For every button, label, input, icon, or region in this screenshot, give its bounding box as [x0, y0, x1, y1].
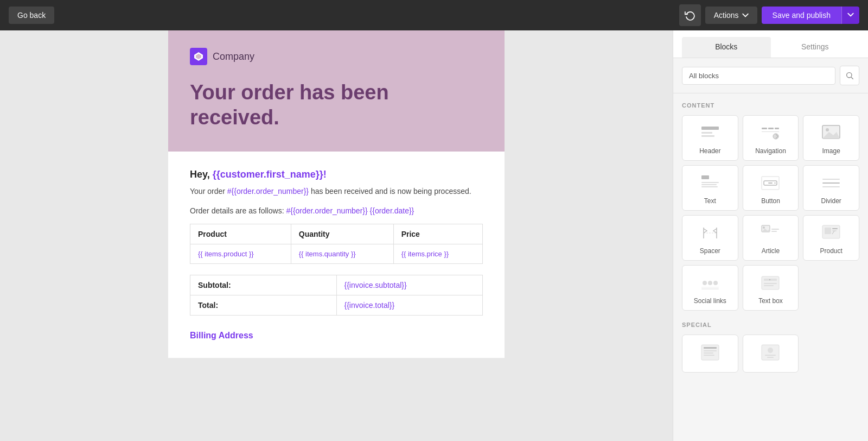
- save-publish-dropdown-button[interactable]: [841, 7, 859, 24]
- svg-rect-9: [775, 128, 779, 129]
- svg-rect-19: [707, 175, 708, 179]
- order-details-text: Order details are as follows: #{{order.o…: [190, 206, 483, 215]
- search-icon: [845, 71, 854, 80]
- order-title-line2: received.: [190, 106, 279, 129]
- block-item-special-1[interactable]: [682, 335, 738, 373]
- order-number-var: #{{order.order_number}}: [227, 187, 309, 196]
- header-block-icon: [699, 123, 721, 143]
- topbar-right: Actions Save and publish: [679, 4, 859, 26]
- navigation-block-icon: [760, 123, 781, 143]
- email-preview: Company Your order has been received. He…: [168, 30, 505, 358]
- company-logo-icon: [193, 51, 204, 62]
- svg-rect-36: [832, 228, 838, 229]
- subtotal-row: Subtotal: {{invoice.subtotal}}: [190, 275, 483, 295]
- divider-block-label: Divider: [821, 197, 841, 205]
- svg-rect-23: [822, 179, 840, 180]
- svg-point-39: [708, 281, 712, 285]
- svg-rect-50: [704, 350, 717, 351]
- chevron-down-icon: [847, 11, 854, 18]
- text-box-block-icon: [760, 273, 781, 293]
- special-section-label: SPECIAL: [682, 322, 859, 328]
- social-links-block-label: Social links: [694, 297, 726, 305]
- block-item-navigation[interactable]: Navigation: [743, 115, 799, 161]
- svg-rect-16: [701, 182, 719, 183]
- block-item-text[interactable]: Text: [682, 165, 738, 211]
- order-title-line1: Your order has been: [190, 81, 389, 104]
- total-row: Total: {{invoice.total}}: [190, 295, 483, 316]
- tab-settings[interactable]: Settings: [771, 37, 860, 58]
- article-block-icon: [760, 223, 781, 243]
- actions-button[interactable]: Actions: [705, 7, 757, 24]
- search-blocks-button[interactable]: [840, 66, 859, 85]
- actions-label: Actions: [714, 11, 739, 20]
- svg-rect-7: [762, 128, 767, 129]
- greeting-text: Hey,: [190, 169, 210, 180]
- block-item-image[interactable]: Image: [803, 115, 859, 161]
- go-back-button[interactable]: Go back: [9, 7, 54, 24]
- total-label: Total:: [190, 295, 337, 316]
- svg-point-40: [713, 281, 718, 285]
- svg-rect-42: [701, 288, 719, 289]
- table-row: {{ items.product }} {{ items.quantity }}…: [190, 244, 483, 264]
- svg-rect-47: [764, 285, 774, 286]
- spacer-block-label: Spacer: [700, 247, 720, 255]
- order-items-table: Product Quantity Price {{ items.product …: [190, 224, 483, 264]
- billing-address-heading: Billing Address: [190, 326, 483, 341]
- svg-rect-46: [764, 283, 777, 284]
- block-item-spacer[interactable]: Spacer: [682, 215, 738, 261]
- topbar-left: Go back: [9, 7, 54, 24]
- block-item-social-links[interactable]: Social links: [682, 265, 738, 311]
- svg-rect-6: [701, 135, 714, 137]
- row-quantity-var: {{ items.quantity }}: [291, 244, 393, 264]
- block-item-header[interactable]: Header: [682, 115, 738, 161]
- col-price: Price: [393, 224, 482, 244]
- svg-rect-49: [704, 347, 717, 349]
- text-block-label: Text: [704, 197, 716, 205]
- article-block-label: Article: [762, 247, 780, 255]
- svg-rect-33: [771, 231, 777, 232]
- canvas-area[interactable]: Company Your order has been received. He…: [0, 30, 673, 441]
- svg-rect-35: [825, 228, 831, 234]
- svg-rect-5: [701, 132, 712, 134]
- table-header-row: Product Quantity Price: [190, 224, 483, 244]
- social-links-block-icon: [699, 273, 721, 293]
- block-item-text-box[interactable]: Text box: [743, 265, 799, 311]
- block-item-special-2[interactable]: [743, 335, 799, 373]
- product-block-icon: [820, 223, 842, 243]
- topbar: Go back Actions Save and publish: [0, 0, 868, 30]
- svg-rect-56: [767, 357, 774, 358]
- svg-rect-22: [768, 182, 773, 184]
- total-value: {{invoice.total}}: [336, 295, 483, 316]
- panel-tabs: Blocks Settings: [673, 30, 868, 58]
- svg-rect-4: [701, 127, 719, 130]
- svg-rect-45: [769, 279, 770, 280]
- save-publish-button[interactable]: Save and publish: [762, 7, 841, 24]
- svg-rect-18: [701, 186, 718, 187]
- block-item-article[interactable]: Article: [743, 215, 799, 261]
- svg-rect-10: [762, 131, 779, 132]
- history-icon: [685, 10, 695, 21]
- content-blocks-grid: Header Navigation: [682, 115, 859, 311]
- email-header-block: Company Your order has been received.: [168, 30, 505, 152]
- navigation-block-label: Navigation: [755, 147, 786, 155]
- save-publish-wrapper: Save and publish: [762, 7, 859, 24]
- tab-blocks[interactable]: Blocks: [682, 37, 771, 58]
- special-block-2-icon: [760, 343, 781, 362]
- special-blocks-grid: [682, 335, 859, 373]
- svg-point-38: [703, 281, 707, 285]
- svg-point-2: [847, 73, 852, 78]
- block-item-button[interactable]: Button: [743, 165, 799, 211]
- blocks-filter-select[interactable]: All blocks: [682, 67, 835, 85]
- history-button[interactable]: [679, 4, 701, 26]
- block-item-divider[interactable]: Divider: [803, 165, 859, 211]
- svg-rect-8: [768, 128, 774, 129]
- block-item-product[interactable]: Product: [803, 215, 859, 261]
- email-body: Hey, {{customer.first_name}}! Your order…: [168, 152, 505, 358]
- filter-row: All blocks: [673, 58, 868, 93]
- right-panel: Blocks Settings All blocks CONTENT: [673, 30, 868, 441]
- svg-rect-32: [771, 229, 779, 230]
- button-block-icon: [760, 173, 781, 193]
- order-received-text: Your order #{{order.order_number}} has b…: [190, 187, 483, 196]
- svg-rect-25: [822, 186, 840, 187]
- svg-rect-51: [704, 352, 713, 354]
